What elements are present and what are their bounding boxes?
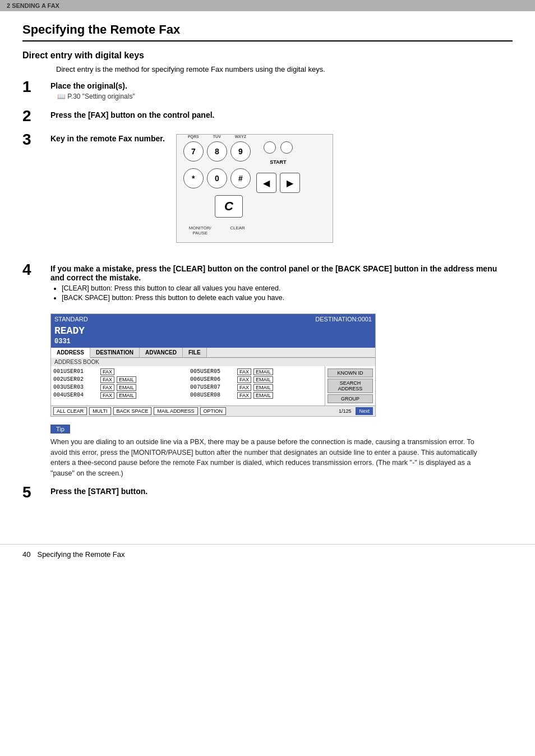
step-1: 1 Place the original(s). 📖 P.30 "Setting… [22,81,513,100]
step-5: 5 Press the [START] button. [22,487,513,500]
screen-tab-file[interactable]: FILE [183,348,207,357]
step-2-title: Press the [FAX] button on the control pa… [50,110,513,119]
step-1-number: 1 [22,79,50,95]
step-3-number: 3 [22,132,50,147]
start-label: START [270,159,286,165]
screen-status-sub: 0331 [54,338,372,345]
screen-sidebar: KNOWN ID SEARCH ADDRESS GROUP [325,366,375,405]
screen-tag-email-6: EMAIL [253,376,273,383]
step-3-title: Key in the remote Fax number. [50,134,165,143]
screen-user-008: 008USER08 [190,392,235,398]
screen-tag-fax-1: FAX [100,368,114,375]
screen-tag-fax-4: FAX [100,392,114,399]
key-7-label: PQRS [188,135,199,139]
arrow-buttons: ◀ ▶ [256,173,300,193]
screen-known-id-btn[interactable]: KNOWN ID [328,368,373,377]
screen-row-1: 001USER01 FAX [53,368,186,375]
screen-page-indicator: 1/125 [339,408,352,414]
screen-user-004: 004USER04 [53,392,98,398]
screen-columns: 001USER01 FAX 002USER02 FAX EMAIL 003USE… [53,368,322,400]
page-title: Specifying the Remote Fax [22,22,513,42]
screen-user-list: 001USER01 FAX 002USER02 FAX EMAIL 003USE… [51,366,325,405]
breadcrumb: 2 SENDING A FAX [0,0,535,11]
screen-tag-fax-2: FAX [100,376,114,383]
screen-tag-email-5: EMAIL [253,368,273,375]
step-4: 4 If you make a mistake, press the [CLEA… [22,264,513,303]
key-9: WXYZ 9 [230,141,251,162]
keypad-row-2: * 0 # [183,168,251,188]
step-3-container: Key in the remote Fax number. PQRS 7 TUV [50,134,333,243]
keypad-bottom-labels: MONITOR/PAUSE CLEAR [183,225,251,236]
key-7: PQRS 7 [183,141,204,162]
screen-option-btn[interactable]: OPTION [200,407,227,415]
screen-tab-destination[interactable]: DESTINATION [90,348,140,357]
screen-header-left: STANDARD [54,316,88,322]
screen-search-address-btn[interactable]: SEARCH ADDRESS [328,379,373,393]
screen-next-btn[interactable]: Next [356,407,373,415]
screen-row-5: 005USER05 FAX EMAIL [190,368,322,375]
screen-group-btn[interactable]: GROUP [328,394,373,403]
keypad-row-1: PQRS 7 TUV 8 WXYZ 9 [183,141,251,162]
arrow-left: ◀ [256,173,276,193]
screen-user-001: 001USER01 [53,368,98,375]
indicator-1 [264,141,276,154]
keypad-row-3: C [183,195,251,218]
screen-user-007: 007USER07 [190,384,235,390]
top-indicators [264,141,293,154]
step-5-content: Press the [START] button. [50,487,513,498]
screen-header: STANDARD DESTINATION:0001 [51,314,375,324]
step-3-left: Key in the remote Fax number. [50,134,165,145]
screen-body: 001USER01 FAX 002USER02 FAX EMAIL 003USE… [51,366,375,405]
step-2-content: Press the [FAX] button on the control pa… [50,110,513,122]
screen-mail-address-btn[interactable]: MAIL ADDRESS [154,407,197,415]
page-footer: 40 Specifying the Remote Fax [0,544,535,564]
screen-status-text: READY [54,325,372,338]
step-4-content: If you make a mistake, press the [CLEAR]… [50,264,513,303]
key-9-label: WXYZ [235,135,246,139]
keypad-keys: PQRS 7 TUV 8 WXYZ 9 [183,141,251,236]
key-blank [191,196,211,216]
key-0: 0 [207,168,227,188]
screen-tag-fax-5: FAX [237,368,251,375]
footer-page-number: 40 [22,550,30,559]
step-2: 2 Press the [FAX] button on the control … [22,110,513,124]
clear-label: CLEAR [230,225,245,236]
screen-tag-email-2: EMAIL [117,376,136,383]
key-8: TUV 8 [207,141,227,162]
keypad-right: START ◀ ▶ [256,141,300,193]
step-5-number: 5 [22,485,50,500]
key-star: * [183,168,204,188]
screen-all-clear-btn[interactable]: ALL CLEAR [53,407,87,415]
step-4-bullets: [CLEAR] button: Press this button to cle… [62,284,513,302]
step-1-sub: 📖 P.30 "Setting originals" [57,93,513,100]
screen-user-006: 006USER06 [190,376,235,382]
screen-tag-fax-3: FAX [100,384,114,391]
screen-tab-advanced[interactable]: ADVANCED [140,348,183,357]
screen-back-space-btn[interactable]: BACK SPACE [113,407,152,415]
key-clear: C [215,195,243,218]
screen-tag-fax-6: FAX [237,376,251,383]
step-4-bullet-1: [CLEAR] button: Press this button to cle… [62,284,513,292]
screen-row-3: 003USER03 FAX EMAIL [53,384,186,391]
footer-title: Specifying the Remote Fax [37,550,124,559]
screen-tag-fax-7: FAX [237,384,251,391]
screen-tag-email-3: EMAIL [117,384,136,391]
arrow-right: ▶ [280,173,300,193]
screen-row-4: 004USER04 FAX EMAIL [53,392,186,399]
screen-user-005: 005USER05 [190,368,235,375]
step-2-number: 2 [22,108,50,124]
screen-tag-email-8: EMAIL [253,392,273,399]
screen-row-8: 008USER08 FAX EMAIL [190,392,322,399]
screen-user-002: 002USER02 [53,376,98,382]
step-1-content: Place the original(s). 📖 P.30 "Setting o… [50,81,513,100]
indicator-2 [280,141,293,154]
screen-tabs: ADDRESS DESTINATION ADVANCED FILE [51,348,375,358]
screen-footer: ALL CLEAR MULTI BACK SPACE MAIL ADDRESS … [51,405,375,416]
screen-multi-btn[interactable]: MULTI [89,407,110,415]
screen-status: READY 0331 [51,324,375,348]
screen-sub-header: ADDRESS BOOK [51,358,375,366]
screen-tab-address[interactable]: ADDRESS [51,348,90,358]
step-5-title: Press the [START] button. [50,487,513,496]
step-4-title: If you make a mistake, press the [CLEAR]… [50,264,513,282]
tip-text: When you are dialing to an outside line … [50,437,485,479]
